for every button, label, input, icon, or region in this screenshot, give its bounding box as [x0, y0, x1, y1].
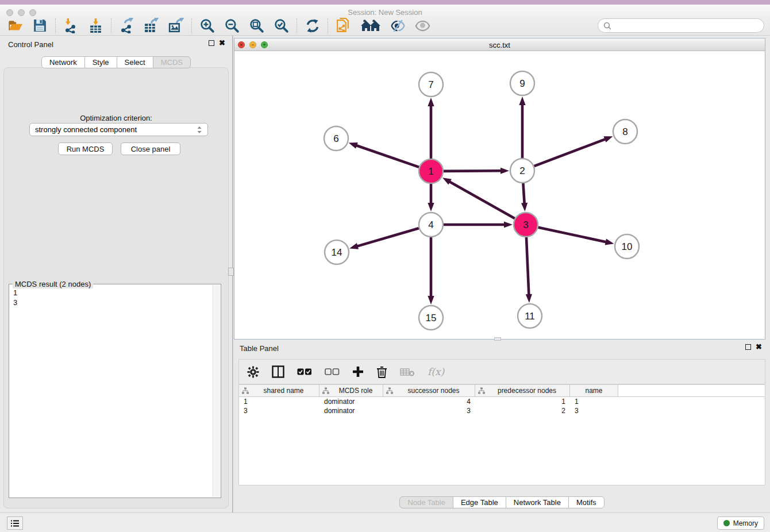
- edge-1-2[interactable]: [444, 171, 502, 171]
- column-header-shared-name[interactable]: shared name: [239, 385, 319, 396]
- criterion-dropdown[interactable]: strongly connected component: [29, 123, 208, 136]
- cell-name[interactable]: 1: [570, 397, 618, 406]
- tab-network-table[interactable]: Network Table: [506, 496, 569, 508]
- edge-3-10[interactable]: [538, 228, 607, 242]
- memory-label: Memory: [733, 519, 758, 527]
- node-label-1: 1: [428, 166, 433, 177]
- result-scrollbar[interactable]: [213, 285, 220, 497]
- deselect-all-icon[interactable]: [325, 368, 340, 376]
- mcds-result-item[interactable]: 3: [13, 298, 209, 307]
- cell-predecessor-nodes[interactable]: 1: [475, 397, 570, 406]
- tab-select[interactable]: Select: [117, 56, 153, 68]
- window-titlebar: Session: New Session: [0, 5, 770, 16]
- search-input[interactable]: [614, 21, 759, 30]
- float-panel-icon[interactable]: [209, 40, 214, 46]
- edge-3-11[interactable]: [526, 237, 529, 295]
- mcds-result-list[interactable]: 13: [9, 287, 213, 498]
- node-label-15: 15: [426, 313, 437, 323]
- memory-status-dot: [723, 520, 730, 526]
- cell-successor-nodes[interactable]: 4: [383, 397, 475, 406]
- node-label-6: 6: [333, 133, 338, 144]
- horizontal-splitter-grip[interactable]: [494, 337, 501, 341]
- export-network-icon[interactable]: [119, 18, 134, 33]
- export-table-icon[interactable]: [144, 18, 159, 33]
- node-label-7: 7: [428, 79, 433, 90]
- cell-shared-name[interactable]: 3: [239, 406, 319, 415]
- zoom-in-icon[interactable]: [199, 18, 215, 33]
- zoom-fit-icon[interactable]: [249, 18, 264, 33]
- zoom-out-icon[interactable]: [224, 18, 240, 33]
- hide-panels-icon[interactable]: [390, 18, 406, 33]
- cell-successor-nodes[interactable]: 3: [383, 406, 475, 415]
- network-window-titlebar[interactable]: × − + scc.txt: [234, 38, 765, 51]
- cell-MCDS-role[interactable]: dominator: [319, 406, 383, 415]
- edge-4-14[interactable]: [357, 228, 419, 246]
- table-panel-title: Table Panel: [240, 344, 279, 353]
- table-row[interactable]: 1dominator411: [239, 397, 765, 406]
- node-table[interactable]: shared nameMCDS rolesuccessor nodesprede…: [238, 384, 765, 485]
- open-file-icon[interactable]: [7, 18, 23, 33]
- column-header-MCDS-role[interactable]: MCDS role: [319, 385, 383, 396]
- arrowhead-2-8: [603, 136, 613, 142]
- edge-1-6[interactable]: [356, 145, 419, 167]
- table-row[interactable]: 3dominator323: [239, 406, 765, 415]
- network-from-file-icon[interactable]: [336, 18, 351, 33]
- tab-motifs[interactable]: Motifs: [568, 496, 605, 508]
- node-label-3: 3: [523, 219, 528, 230]
- tab-network[interactable]: Network: [41, 56, 85, 68]
- window-title: Session: New Session: [0, 8, 770, 17]
- node-label-11: 11: [525, 311, 535, 322]
- table-panel: Table Panel ✖: [234, 340, 770, 512]
- add-column-icon[interactable]: [352, 366, 364, 377]
- chevron-up-down-icon: [197, 125, 202, 134]
- arrowhead-1-4: [428, 203, 434, 211]
- refresh-icon[interactable]: [305, 18, 320, 33]
- split-panel-icon[interactable]: [272, 365, 284, 378]
- close-table-panel-icon[interactable]: ✖: [756, 344, 762, 350]
- home-icon[interactable]: [360, 18, 381, 33]
- column-header-predecessor-nodes[interactable]: predecessor nodes: [475, 385, 570, 396]
- main-toolbar: [0, 16, 770, 36]
- delete-column-icon[interactable]: [376, 366, 387, 378]
- network-window: × − + scc.txt 1234678910111415: [234, 38, 765, 340]
- tab-style[interactable]: Style: [84, 56, 117, 68]
- save-session-icon[interactable]: [32, 18, 48, 33]
- app-window: Session: New Session: [0, 0, 770, 532]
- tab-node-table[interactable]: Node Table: [399, 496, 453, 508]
- tab-mcds[interactable]: MCDS: [153, 56, 191, 68]
- network-graph[interactable]: 1234678910111415: [234, 51, 765, 339]
- vertical-splitter-grip[interactable]: [228, 268, 234, 276]
- node-label-9: 9: [519, 78, 525, 89]
- run-mcds-button[interactable]: Run MCDS: [58, 142, 113, 155]
- control-panel: Control Panel ✖ Optimization criterion: …: [0, 36, 232, 512]
- edge-2-8[interactable]: [534, 139, 606, 166]
- mcds-result-item[interactable]: 1: [13, 288, 209, 298]
- cell-name[interactable]: 3: [570, 406, 618, 415]
- network-canvas[interactable]: 1234678910111415: [234, 51, 765, 339]
- table-settings-gear-icon[interactable]: [247, 366, 259, 378]
- search-field[interactable]: [598, 18, 764, 33]
- tab-edge-table[interactable]: Edge Table: [453, 496, 506, 508]
- import-network-icon[interactable]: [63, 18, 79, 33]
- column-header-name[interactable]: name: [570, 385, 618, 396]
- task-history-button[interactable]: [7, 516, 23, 530]
- node-label-14: 14: [332, 247, 342, 258]
- edge-3-1[interactable]: [449, 182, 514, 219]
- cell-shared-name[interactable]: 1: [239, 397, 319, 406]
- select-all-icon[interactable]: [297, 368, 312, 376]
- node-label-8: 8: [622, 126, 627, 137]
- table-header-row: shared nameMCDS rolesuccessor nodesprede…: [239, 385, 765, 397]
- zoom-selected-icon[interactable]: [274, 18, 289, 33]
- cell-MCDS-role[interactable]: dominator: [319, 397, 383, 406]
- close-panel-button[interactable]: Close panel: [121, 142, 180, 155]
- cell-predecessor-nodes[interactable]: 2: [475, 406, 570, 415]
- export-image-icon[interactable]: [168, 18, 184, 33]
- close-panel-icon[interactable]: ✖: [219, 40, 225, 46]
- column-header-successor-nodes[interactable]: successor nodes: [383, 385, 475, 396]
- edge-2-3[interactable]: [523, 183, 524, 204]
- memory-button[interactable]: Memory: [717, 516, 764, 530]
- delete-table-icon: [400, 367, 415, 377]
- float-table-panel-icon[interactable]: [745, 344, 751, 350]
- import-table-icon[interactable]: [88, 18, 103, 33]
- column-type-icon: [242, 387, 249, 394]
